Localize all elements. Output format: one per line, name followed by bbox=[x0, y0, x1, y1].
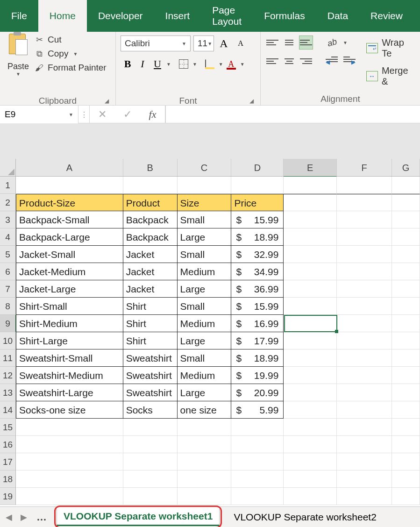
cell-B1[interactable] bbox=[123, 177, 178, 194]
cell-E6[interactable] bbox=[284, 263, 337, 280]
row-header-5[interactable]: 5 bbox=[0, 246, 16, 263]
cell-D3[interactable]: $15.99 bbox=[231, 211, 284, 228]
cell-G12[interactable] bbox=[392, 367, 420, 384]
cell-E17[interactable] bbox=[284, 453, 337, 470]
cell-A1[interactable] bbox=[16, 177, 123, 194]
cell-A5[interactable]: Jacket-Small bbox=[16, 246, 123, 263]
align-center-button[interactable] bbox=[282, 54, 296, 68]
cell-E14[interactable] bbox=[284, 401, 337, 419]
row-header-17[interactable]: 17 bbox=[0, 453, 16, 470]
cell-G13[interactable] bbox=[392, 384, 420, 401]
select-all-corner[interactable] bbox=[0, 159, 16, 176]
row-header-19[interactable]: 19 bbox=[0, 488, 16, 505]
cell-C10[interactable]: Large bbox=[178, 332, 232, 349]
tab-page-layout[interactable]: Page Layout bbox=[201, 0, 253, 32]
cell-G6[interactable] bbox=[392, 263, 420, 280]
cell-F9[interactable] bbox=[337, 315, 392, 332]
cell-C1[interactable] bbox=[178, 177, 232, 194]
decrease-indent-button[interactable]: ◀ bbox=[325, 54, 339, 68]
cell-A13[interactable]: Sweatshirt-Large bbox=[16, 384, 123, 401]
orientation-dropdown-caret[interactable]: ▼ bbox=[343, 40, 348, 45]
column-header-D[interactable]: D bbox=[231, 159, 284, 176]
cell-D17[interactable] bbox=[231, 453, 284, 470]
enter-formula-button[interactable]: ✓ bbox=[115, 106, 140, 123]
cell-G17[interactable] bbox=[392, 453, 420, 470]
copy-button[interactable]: ⧉ Copy ▼ bbox=[35, 49, 107, 59]
cell-F14[interactable] bbox=[337, 401, 392, 419]
bold-button[interactable]: B bbox=[121, 57, 135, 71]
underline-dropdown-caret[interactable]: ▼ bbox=[166, 62, 171, 67]
cell-C6[interactable]: Medium bbox=[178, 263, 232, 280]
tab-formulas[interactable]: Formulas bbox=[253, 0, 316, 32]
cell-E19[interactable] bbox=[284, 488, 337, 505]
cell-D9[interactable]: $16.99 bbox=[231, 315, 284, 332]
insert-function-button[interactable]: fx bbox=[140, 106, 165, 123]
cell-D1[interactable] bbox=[231, 177, 284, 194]
cell-D14[interactable]: $5.99 bbox=[231, 401, 284, 419]
column-header-E[interactable]: E bbox=[284, 159, 337, 177]
column-header-B[interactable]: B bbox=[123, 159, 178, 176]
cell-G2[interactable] bbox=[392, 194, 420, 211]
cell-F5[interactable] bbox=[337, 246, 392, 263]
cell-F18[interactable] bbox=[337, 470, 392, 488]
cell-E5[interactable] bbox=[284, 246, 337, 263]
sheet-nav-prev[interactable]: ◀ bbox=[4, 512, 14, 522]
wrap-text-button[interactable]: Wrap Te bbox=[366, 37, 415, 59]
cell-E1[interactable] bbox=[284, 177, 337, 194]
tab-home[interactable]: Home bbox=[38, 0, 87, 32]
cell-D11[interactable]: $18.99 bbox=[231, 349, 284, 367]
cut-button[interactable]: ✂ Cut bbox=[35, 35, 107, 45]
column-header-G[interactable]: G bbox=[392, 159, 420, 176]
row-header-13[interactable]: 13 bbox=[0, 384, 16, 401]
format-painter-button[interactable]: 🖌 Format Painter bbox=[35, 63, 107, 73]
cell-C16[interactable] bbox=[178, 436, 232, 453]
cell-A15[interactable] bbox=[16, 419, 123, 436]
column-header-F[interactable]: F bbox=[337, 159, 392, 176]
cell-D18[interactable] bbox=[231, 470, 284, 488]
cell-F8[interactable] bbox=[337, 298, 392, 315]
cell-A4[interactable]: Backpack-Large bbox=[16, 228, 123, 246]
cell-A10[interactable]: Shirt-Large bbox=[16, 332, 123, 349]
cell-D4[interactable]: $18.99 bbox=[231, 228, 284, 246]
cell-A11[interactable]: Sweatshirt-Small bbox=[16, 349, 123, 367]
cell-C5[interactable]: Small bbox=[178, 246, 232, 263]
cell-E12[interactable] bbox=[284, 367, 337, 384]
cell-F17[interactable] bbox=[337, 453, 392, 470]
cell-C13[interactable]: Large bbox=[178, 384, 232, 401]
clipboard-launcher-icon[interactable]: ◢ bbox=[5, 98, 109, 104]
cell-G11[interactable] bbox=[392, 349, 420, 367]
cell-B2[interactable]: Product bbox=[123, 194, 178, 211]
fill-color-button[interactable] bbox=[203, 57, 217, 71]
cell-B16[interactable] bbox=[123, 436, 178, 453]
name-box[interactable]: E9 ▼ bbox=[0, 106, 78, 123]
cell-F19[interactable] bbox=[337, 488, 392, 505]
cell-A19[interactable] bbox=[16, 488, 123, 505]
cell-D12[interactable]: $19.99 bbox=[231, 367, 284, 384]
cell-F2[interactable] bbox=[337, 194, 392, 211]
cell-F3[interactable] bbox=[337, 211, 392, 228]
row-header-6[interactable]: 6 bbox=[0, 263, 16, 280]
paste-dropdown-caret[interactable]: ▼ bbox=[16, 71, 21, 77]
align-right-button[interactable] bbox=[299, 54, 313, 68]
cell-F1[interactable] bbox=[337, 177, 392, 194]
decrease-font-size-button[interactable]: A bbox=[234, 36, 248, 50]
cell-F4[interactable] bbox=[337, 228, 392, 246]
cell-G7[interactable] bbox=[392, 280, 420, 298]
row-header-16[interactable]: 16 bbox=[0, 436, 16, 453]
cell-C12[interactable]: Medium bbox=[178, 367, 232, 384]
row-header-2[interactable]: 2 bbox=[0, 194, 16, 211]
cell-G4[interactable] bbox=[392, 228, 420, 246]
cancel-formula-button[interactable]: ✕ bbox=[90, 106, 115, 123]
cell-D16[interactable] bbox=[231, 436, 284, 453]
copy-dropdown-caret[interactable]: ▼ bbox=[73, 51, 78, 57]
tab-view-partial[interactable]: V bbox=[414, 0, 420, 32]
cell-C3[interactable]: Small bbox=[178, 211, 232, 228]
cell-A6[interactable]: Jacket-Medium bbox=[16, 263, 123, 280]
font-launcher-icon[interactable]: ◢ bbox=[121, 98, 254, 104]
row-header-1[interactable]: 1 bbox=[0, 177, 16, 194]
cell-B13[interactable]: Sweatshirt bbox=[123, 384, 178, 401]
cell-C17[interactable] bbox=[178, 453, 232, 470]
cell-G5[interactable] bbox=[392, 246, 420, 263]
cell-B4[interactable]: Backpack bbox=[123, 228, 178, 246]
cell-E8[interactable] bbox=[284, 298, 337, 315]
